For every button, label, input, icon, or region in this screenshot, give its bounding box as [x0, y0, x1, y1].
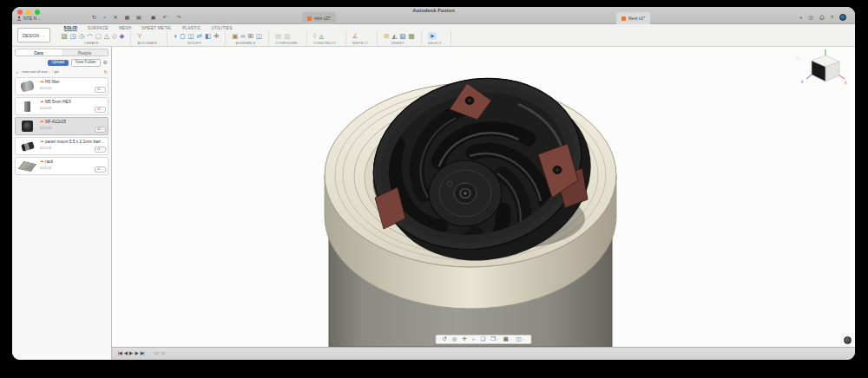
data-panel-item[interactable]: ☁ rack 4/15/24 v1: [15, 157, 108, 175]
help-icon[interactable]: ?: [831, 15, 833, 20]
new-component-icon[interactable]: ▣: [232, 33, 238, 40]
document-tab-nest[interactable]: Nest v1*: [616, 12, 650, 24]
step-forward-icon[interactable]: ▶: [135, 351, 137, 356]
search-icon[interactable]: ⌕: [103, 15, 107, 20]
tab-people[interactable]: People: [62, 49, 108, 55]
shell-icon[interactable]: ◻: [180, 33, 185, 40]
job-status-icon[interactable]: ◷: [808, 15, 812, 20]
data-panel-item[interactable]: ☁ H5 filter 4/15/24 v1: [15, 77, 108, 95]
undo-icon[interactable]: ↶⌄: [162, 15, 170, 20]
view-cube[interactable]: ⌂ x z: [794, 49, 850, 90]
redo-icon[interactable]: ↷⌄: [176, 15, 184, 20]
create-sketch-icon[interactable]: ▨: [62, 33, 68, 40]
replace-face-icon[interactable]: ⇄: [197, 33, 202, 40]
data-panel-item[interactable]: ☁ NF-A12x25 4/15/24 v1: [15, 117, 108, 135]
joint-icon[interactable]: ∞: [240, 33, 245, 40]
revolve-icon[interactable]: ◷: [79, 33, 85, 40]
save-icon[interactable]: ▣: [151, 15, 157, 20]
viewport-canvas[interactable]: [112, 47, 855, 347]
ribbon-group-label[interactable]: CONSTRUCT: [313, 41, 339, 46]
home-icon[interactable]: ⌂: [796, 55, 799, 61]
go-to-end-icon[interactable]: ▶|: [141, 351, 144, 356]
loft-icon[interactable]: ◇: [112, 33, 117, 40]
automate-icon[interactable]: Y: [137, 33, 141, 40]
ribbon-group-label[interactable]: INSPECT: [352, 41, 372, 46]
ribbon-tab[interactable]: UTILITIES: [211, 25, 232, 31]
decal-icon[interactable]: ▧: [399, 33, 405, 40]
data-panel-item[interactable]: ☁ panel mount 5.5 x 2.1mm barrel plug 4/…: [15, 137, 108, 155]
orbit-icon[interactable]: ↺: [443, 336, 448, 342]
go-to-beginning-icon[interactable]: |◀: [118, 351, 122, 356]
combine-icon[interactable]: ◫: [187, 33, 194, 40]
ribbon-tab[interactable]: MESH: [119, 25, 131, 31]
version-badge[interactable]: v1: [95, 107, 106, 113]
breadcrumb-project[interactable]: nest out of eco...: [20, 69, 50, 74]
ribbon-tab[interactable]: SURFACE: [88, 25, 108, 31]
display-settings-icon[interactable]: ❐⌄: [490, 336, 499, 342]
viewport[interactable]: ⌂ x z ↺: [112, 47, 855, 347]
ribbon-group-label[interactable]: CREATE: [62, 41, 125, 46]
zoom-icon[interactable]: ⌕: [472, 336, 477, 342]
new-document-icon[interactable]: +: [799, 15, 803, 20]
home-icon[interactable]: ⌂: [16, 69, 18, 75]
user-menu[interactable]: NTE N ⌄: [16, 16, 41, 21]
configuration-icon[interactable]: ▤: [275, 33, 281, 40]
sync-icon[interactable]: ↻: [92, 15, 97, 20]
fillet-icon[interactable]: ◖: [174, 33, 178, 40]
file-grid-icon[interactable]: ▦: [124, 15, 130, 20]
assistant-badge[interactable]: [844, 336, 852, 344]
ribbon-group-label[interactable]: MODIFY: [174, 41, 220, 46]
motion-link-icon[interactable]: ◫: [256, 33, 262, 40]
refresh-icon[interactable]: ↻: [104, 69, 108, 75]
ribbon-group-label[interactable]: CONFIGURE: [275, 41, 300, 46]
pattern-icon[interactable]: ▢: [95, 33, 102, 40]
pan-icon[interactable]: ✛: [462, 336, 467, 342]
move-copy-icon[interactable]: ✛: [214, 33, 219, 40]
split-body-icon[interactable]: ◧: [205, 33, 211, 40]
construction-plane-icon[interactable]: ◊: [313, 33, 317, 40]
version-badge[interactable]: v1: [95, 166, 106, 173]
new-folder-button[interactable]: New Folder: [71, 59, 101, 67]
export-icon[interactable]: ▤⌄: [136, 15, 145, 20]
document-tab-mini[interactable]: mini v27: [302, 12, 336, 24]
workspace-selector[interactable]: DESIGN: [17, 28, 50, 42]
ribbon-group-label[interactable]: INSERT: [384, 41, 414, 46]
ribbon-group-label[interactable]: SELECT: [428, 41, 445, 46]
select-icon[interactable]: ➤: [428, 32, 437, 41]
fan-hub[interactable]: [429, 160, 502, 226]
grid-snaps-icon[interactable]: ▦⌄: [503, 336, 512, 342]
form-icon[interactable]: ◆: [119, 33, 124, 40]
upload-button[interactable]: Upload: [48, 60, 69, 67]
notification-bell-icon[interactable]: [819, 15, 825, 21]
user-avatar[interactable]: [839, 14, 846, 21]
data-panel-item[interactable]: ☁ M5 5mm HEX 4/15/24 v1: [15, 97, 108, 115]
timeline-options-icon[interactable]: ▱: [161, 351, 165, 356]
version-badge[interactable]: v1: [95, 87, 106, 93]
fit-icon[interactable]: ❏: [480, 336, 486, 342]
step-back-icon[interactable]: ◀: [124, 351, 127, 356]
ribbon-group-label[interactable]: AUTOMATE: [137, 41, 160, 46]
primitive-box-icon[interactable]: △: [104, 33, 109, 40]
extrude-icon[interactable]: ◳: [70, 33, 76, 40]
canvas-icon[interactable]: ▦: [409, 33, 415, 40]
tab-data[interactable]: Data: [16, 49, 62, 55]
version-badge[interactable]: v1: [95, 127, 106, 133]
ribbon-tab[interactable]: SHEET METAL: [141, 25, 172, 31]
configuration-table-icon[interactable]: ▥: [284, 33, 290, 40]
version-badge[interactable]: v1: [95, 147, 106, 153]
rigid-group-icon[interactable]: ⊞: [248, 33, 253, 40]
ribbon-group-label[interactable]: ASSEMBLE: [232, 41, 262, 46]
insert-derive-icon[interactable]: ⊞: [384, 33, 389, 40]
close-search-icon[interactable]: ✕: [113, 15, 118, 20]
ribbon-tab[interactable]: PLASTIC: [182, 25, 201, 31]
ribbon-tab[interactable]: SOLID: [64, 25, 78, 31]
viewports-icon[interactable]: ◫⌄: [516, 336, 525, 342]
gear-icon[interactable]: ⚙: [103, 60, 108, 65]
construction-axis-icon[interactable]: ◬: [319, 33, 325, 40]
look-at-icon[interactable]: ◎: [452, 336, 458, 342]
play-icon[interactable]: ▶: [129, 351, 132, 356]
timeline-marker-icon[interactable]: ▭: [154, 351, 158, 356]
breadcrumb-folder[interactable]: pit: [52, 69, 58, 74]
insert-mesh-icon[interactable]: ◭: [392, 33, 398, 40]
sweep-icon[interactable]: ◠: [87, 33, 93, 40]
